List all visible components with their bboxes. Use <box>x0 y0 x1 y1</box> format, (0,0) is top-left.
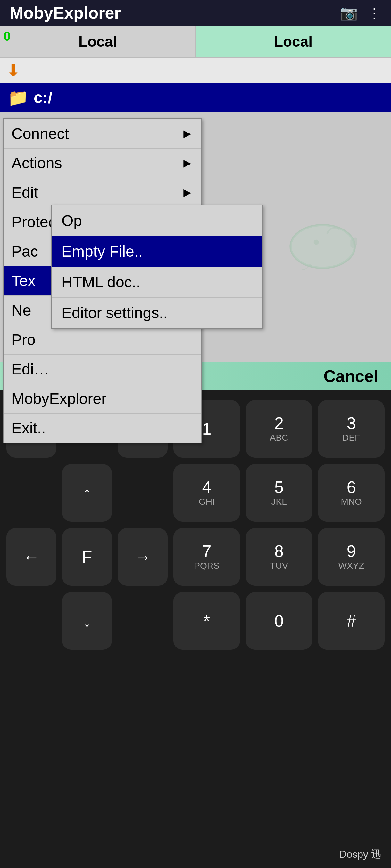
submenu-arrow-edit: ► <box>181 185 194 200</box>
menu-item-editor-settings-label: Edi… <box>11 361 49 378</box>
submenu-arrow-actions: ► <box>181 156 194 170</box>
key-empty-4b <box>118 592 168 650</box>
submenu: Op Empty File.. HTML doc.. Editor settin… <box>51 205 263 329</box>
status-bar: MobyExplorer 📷 ⋮ <box>0 0 391 26</box>
submenu-item-open[interactable]: Op <box>52 206 262 236</box>
submenu-item-html-doc[interactable]: HTML doc.. <box>52 267 262 298</box>
submenu-arrow-connect: ► <box>181 126 194 141</box>
menu-item-pack-label: Pac <box>11 243 38 260</box>
submenu-item-open-label: Op <box>61 212 82 229</box>
keyboard-row-4: ↓ * 0 # <box>6 592 385 650</box>
key-up[interactable]: ↑ <box>62 464 112 522</box>
more-options-icon[interactable]: ⋮ <box>367 5 381 21</box>
key-empty-2a <box>6 464 56 522</box>
key-empty-2b <box>118 464 168 522</box>
menu-item-actions[interactable]: Actions ► <box>4 149 201 178</box>
key-star[interactable]: * <box>173 592 240 650</box>
keyboard-row-2: ↑ 4 GHI 5 JKL 6 MNO <box>6 464 385 522</box>
keyboard-area: L R 1 2 ABC 3 DEF ↑ 4 GHI 5 JKL <box>0 391 391 868</box>
menu-item-editor-settings[interactable]: Edi… <box>4 354 201 384</box>
key-2[interactable]: 2 ABC <box>246 400 312 458</box>
submenu-item-editor-settings-label: Editor settings.. <box>61 304 168 322</box>
tab-right-label: Local <box>274 33 312 50</box>
watermark: Dospy 迅 <box>339 847 381 862</box>
key-hash[interactable]: # <box>318 592 385 650</box>
key-8[interactable]: 8 TUV <box>246 528 312 586</box>
folder-icon: 📁 <box>8 88 29 107</box>
key-left[interactable]: ← <box>6 528 56 586</box>
current-path: c:/ <box>34 88 52 107</box>
file-area: Connect ► Actions ► Edit ► Protect ► Pac… <box>0 112 391 362</box>
camera-icon[interactable]: 📷 <box>340 4 358 21</box>
toolbar: ⬇ <box>0 58 391 83</box>
tab-badge: 0 <box>3 29 10 43</box>
menu-item-connect[interactable]: Connect ► <box>4 119 201 149</box>
keyboard-row-3: ← F → 7 PQRS 8 TUV 9 WXYZ <box>6 528 385 586</box>
tab-local-right[interactable]: Local <box>196 26 391 58</box>
key-5[interactable]: 5 JKL <box>246 464 312 522</box>
cancel-button[interactable]: Cancel <box>324 367 378 386</box>
submenu-item-editor-settings[interactable]: Editor settings.. <box>52 298 262 328</box>
menu-item-tex-label: Tex <box>11 272 35 290</box>
key-6[interactable]: 6 MNO <box>318 464 385 522</box>
submenu-item-empty-file-label: Empty File.. <box>61 243 143 260</box>
menu-item-exit[interactable]: Exit.. <box>4 413 201 443</box>
whale-logo <box>282 208 372 272</box>
submenu-item-empty-file[interactable]: Empty File.. <box>52 236 262 267</box>
menu-item-edit[interactable]: Edit ► <box>4 178 201 208</box>
submenu-item-html-doc-label: HTML doc.. <box>61 273 140 291</box>
menu-item-connect-label: Connect <box>11 125 69 143</box>
key-3[interactable]: 3 DEF <box>318 400 385 458</box>
key-F[interactable]: F <box>62 528 112 586</box>
menu-item-actions-label: Actions <box>11 154 62 172</box>
key-right[interactable]: → <box>118 528 168 586</box>
menu-item-properties-label: Pro <box>11 331 35 348</box>
tab-local-left[interactable]: 0 Local <box>0 26 196 58</box>
key-9[interactable]: 9 WXYZ <box>318 528 385 586</box>
menu-item-mobyexplorer[interactable]: MobyExplorer <box>4 384 201 413</box>
menu-item-mobyexplorer-label: MobyExplorer <box>11 390 106 407</box>
key-empty-4a <box>6 592 56 650</box>
download-icon[interactable]: ⬇ <box>6 61 21 80</box>
menu-item-edit-label: Edit <box>11 184 38 201</box>
app-title: MobyExplorer <box>9 3 121 22</box>
svg-point-1 <box>291 225 355 268</box>
menu-item-exit-label: Exit.. <box>11 419 46 437</box>
menu-item-new-label: Ne <box>11 302 31 319</box>
menu-item-properties[interactable]: Pro <box>4 325 201 354</box>
tab-bar: 0 Local Local <box>0 26 391 58</box>
tab-left-label: Local <box>79 33 117 50</box>
key-7[interactable]: 7 PQRS <box>173 528 240 586</box>
key-down[interactable]: ↓ <box>62 592 112 650</box>
svg-point-2 <box>314 240 319 245</box>
status-icons: 📷 ⋮ <box>340 4 381 21</box>
key-0[interactable]: 0 <box>246 592 312 650</box>
key-4[interactable]: 4 GHI <box>173 464 240 522</box>
path-bar: 📁 c:/ <box>0 83 391 112</box>
